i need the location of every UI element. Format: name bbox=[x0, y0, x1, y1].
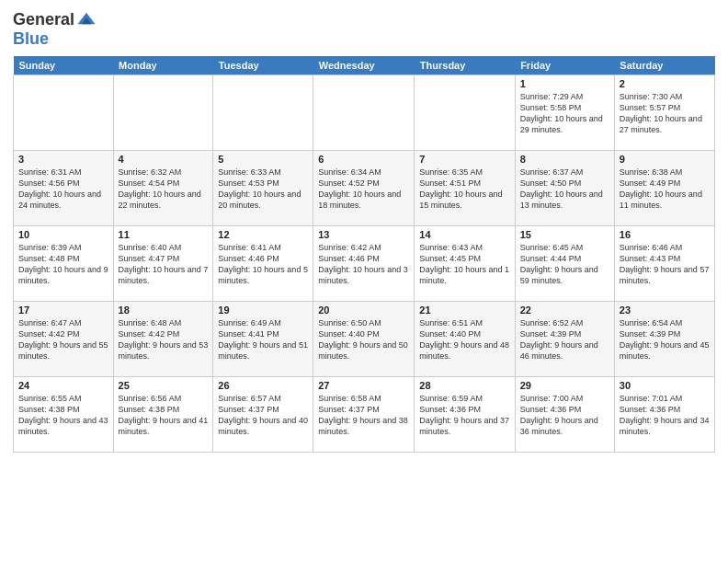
calendar-cell: 30Sunrise: 7:01 AM Sunset: 4:36 PM Dayli… bbox=[614, 377, 714, 453]
day-info: Sunrise: 6:35 AM Sunset: 4:51 PM Dayligh… bbox=[419, 167, 509, 212]
day-info: Sunrise: 6:59 AM Sunset: 4:36 PM Dayligh… bbox=[419, 393, 509, 438]
day-info: Sunrise: 6:32 AM Sunset: 4:54 PM Dayligh… bbox=[119, 167, 209, 212]
weekday-header-monday: Monday bbox=[113, 56, 213, 75]
calendar-cell: 15Sunrise: 6:45 AM Sunset: 4:44 PM Dayli… bbox=[515, 226, 614, 302]
day-info: Sunrise: 6:47 AM Sunset: 4:42 PM Dayligh… bbox=[18, 317, 108, 362]
calendar-table: SundayMondayTuesdayWednesdayThursdayFrid… bbox=[13, 56, 715, 453]
day-info: Sunrise: 6:50 AM Sunset: 4:40 PM Dayligh… bbox=[318, 317, 409, 362]
logo-blue-text: Blue bbox=[13, 29, 49, 48]
day-info: Sunrise: 6:55 AM Sunset: 4:38 PM Dayligh… bbox=[18, 393, 108, 438]
calendar-cell: 1Sunrise: 7:29 AM Sunset: 5:58 PM Daylig… bbox=[515, 75, 614, 151]
calendar-cell: 22Sunrise: 6:52 AM Sunset: 4:39 PM Dayli… bbox=[515, 302, 614, 377]
calendar-cell: 2Sunrise: 7:30 AM Sunset: 5:57 PM Daylig… bbox=[614, 75, 714, 151]
logo-general-text: General bbox=[13, 10, 74, 29]
day-info: Sunrise: 6:43 AM Sunset: 4:45 PM Dayligh… bbox=[419, 242, 509, 287]
calendar-cell: 11Sunrise: 6:40 AM Sunset: 4:47 PM Dayli… bbox=[113, 226, 213, 302]
calendar-cell: 13Sunrise: 6:42 AM Sunset: 4:46 PM Dayli… bbox=[313, 226, 415, 302]
calendar-cell: 26Sunrise: 6:57 AM Sunset: 4:37 PM Dayli… bbox=[213, 377, 313, 453]
calendar-cell: 20Sunrise: 6:50 AM Sunset: 4:40 PM Dayli… bbox=[313, 302, 415, 377]
page-header: General Blue bbox=[13, 9, 715, 49]
day-number: 1 bbox=[520, 78, 609, 89]
day-info: Sunrise: 6:38 AM Sunset: 4:49 PM Dayligh… bbox=[620, 167, 710, 212]
calendar-cell: 17Sunrise: 6:47 AM Sunset: 4:42 PM Dayli… bbox=[14, 302, 114, 377]
day-info: Sunrise: 6:56 AM Sunset: 4:38 PM Dayligh… bbox=[119, 393, 209, 438]
calendar-cell: 4Sunrise: 6:32 AM Sunset: 4:54 PM Daylig… bbox=[113, 151, 213, 226]
day-number: 30 bbox=[620, 380, 710, 391]
day-number: 29 bbox=[520, 380, 609, 391]
calendar-cell bbox=[415, 75, 515, 151]
day-number: 6 bbox=[318, 154, 409, 165]
day-number: 5 bbox=[218, 154, 308, 165]
calendar-cell: 27Sunrise: 6:58 AM Sunset: 4:37 PM Dayli… bbox=[313, 377, 415, 453]
day-number: 24 bbox=[18, 380, 108, 391]
day-info: Sunrise: 7:30 AM Sunset: 5:57 PM Dayligh… bbox=[620, 91, 710, 136]
day-info: Sunrise: 6:54 AM Sunset: 4:39 PM Dayligh… bbox=[620, 317, 710, 362]
day-number: 26 bbox=[218, 380, 308, 391]
day-number: 2 bbox=[620, 78, 710, 89]
day-info: Sunrise: 6:31 AM Sunset: 4:56 PM Dayligh… bbox=[18, 167, 108, 212]
day-info: Sunrise: 6:45 AM Sunset: 4:44 PM Dayligh… bbox=[520, 242, 609, 287]
week-row-2: 3Sunrise: 6:31 AM Sunset: 4:56 PM Daylig… bbox=[14, 151, 715, 226]
calendar-cell bbox=[113, 75, 213, 151]
day-info: Sunrise: 6:39 AM Sunset: 4:48 PM Dayligh… bbox=[18, 242, 108, 287]
day-number: 28 bbox=[419, 380, 509, 391]
calendar-cell: 25Sunrise: 6:56 AM Sunset: 4:38 PM Dayli… bbox=[113, 377, 213, 453]
calendar-cell: 10Sunrise: 6:39 AM Sunset: 4:48 PM Dayli… bbox=[14, 226, 114, 302]
day-number: 9 bbox=[620, 154, 710, 165]
weekday-header-wednesday: Wednesday bbox=[313, 56, 415, 75]
weekday-header-tuesday: Tuesday bbox=[213, 56, 313, 75]
day-info: Sunrise: 7:01 AM Sunset: 4:36 PM Dayligh… bbox=[620, 393, 710, 438]
day-number: 10 bbox=[18, 229, 108, 240]
day-number: 17 bbox=[18, 304, 108, 316]
day-number: 13 bbox=[318, 229, 409, 240]
day-info: Sunrise: 6:49 AM Sunset: 4:41 PM Dayligh… bbox=[218, 317, 308, 362]
calendar-cell: 28Sunrise: 6:59 AM Sunset: 4:36 PM Dayli… bbox=[415, 377, 515, 453]
week-row-1: 1Sunrise: 7:29 AM Sunset: 5:58 PM Daylig… bbox=[14, 75, 715, 151]
week-row-3: 10Sunrise: 6:39 AM Sunset: 4:48 PM Dayli… bbox=[14, 226, 715, 302]
calendar-cell: 24Sunrise: 6:55 AM Sunset: 4:38 PM Dayli… bbox=[14, 377, 114, 453]
weekday-header-sunday: Sunday bbox=[14, 56, 114, 75]
calendar-cell: 19Sunrise: 6:49 AM Sunset: 4:41 PM Dayli… bbox=[213, 302, 313, 377]
day-number: 20 bbox=[318, 304, 409, 316]
day-number: 15 bbox=[520, 229, 609, 240]
calendar-cell: 9Sunrise: 6:38 AM Sunset: 4:49 PM Daylig… bbox=[614, 151, 714, 226]
day-number: 23 bbox=[620, 304, 710, 316]
weekday-header-friday: Friday bbox=[515, 56, 614, 75]
calendar-cell: 5Sunrise: 6:33 AM Sunset: 4:53 PM Daylig… bbox=[213, 151, 313, 226]
calendar-cell: 18Sunrise: 6:48 AM Sunset: 4:42 PM Dayli… bbox=[113, 302, 213, 377]
calendar-cell: 14Sunrise: 6:43 AM Sunset: 4:45 PM Dayli… bbox=[415, 226, 515, 302]
day-number: 16 bbox=[620, 229, 710, 240]
day-info: Sunrise: 7:00 AM Sunset: 4:36 PM Dayligh… bbox=[520, 393, 609, 438]
day-number: 18 bbox=[119, 304, 209, 316]
day-info: Sunrise: 6:58 AM Sunset: 4:37 PM Dayligh… bbox=[318, 393, 409, 438]
day-info: Sunrise: 6:41 AM Sunset: 4:46 PM Dayligh… bbox=[218, 242, 308, 287]
week-row-4: 17Sunrise: 6:47 AM Sunset: 4:42 PM Dayli… bbox=[14, 302, 715, 377]
day-number: 14 bbox=[419, 229, 509, 240]
calendar-cell: 16Sunrise: 6:46 AM Sunset: 4:43 PM Dayli… bbox=[614, 226, 714, 302]
calendar-cell bbox=[313, 75, 415, 151]
day-number: 27 bbox=[318, 380, 409, 391]
calendar-cell: 23Sunrise: 6:54 AM Sunset: 4:39 PM Dayli… bbox=[614, 302, 714, 377]
calendar-cell: 21Sunrise: 6:51 AM Sunset: 4:40 PM Dayli… bbox=[415, 302, 515, 377]
day-info: Sunrise: 6:33 AM Sunset: 4:53 PM Dayligh… bbox=[218, 167, 308, 212]
calendar-cell: 29Sunrise: 7:00 AM Sunset: 4:36 PM Dayli… bbox=[515, 377, 614, 453]
day-info: Sunrise: 6:42 AM Sunset: 4:46 PM Dayligh… bbox=[318, 242, 409, 287]
day-number: 7 bbox=[419, 154, 509, 165]
day-number: 8 bbox=[520, 154, 609, 165]
calendar-cell: 7Sunrise: 6:35 AM Sunset: 4:51 PM Daylig… bbox=[415, 151, 515, 226]
logo-icon bbox=[76, 9, 97, 29]
weekday-header-row: SundayMondayTuesdayWednesdayThursdayFrid… bbox=[14, 56, 715, 75]
day-number: 3 bbox=[18, 154, 108, 165]
day-info: Sunrise: 6:52 AM Sunset: 4:39 PM Dayligh… bbox=[520, 317, 609, 362]
day-number: 12 bbox=[218, 229, 308, 240]
day-number: 11 bbox=[119, 229, 209, 240]
day-info: Sunrise: 7:29 AM Sunset: 5:58 PM Dayligh… bbox=[520, 91, 609, 136]
calendar-cell: 8Sunrise: 6:37 AM Sunset: 4:50 PM Daylig… bbox=[515, 151, 614, 226]
day-info: Sunrise: 6:34 AM Sunset: 4:52 PM Dayligh… bbox=[318, 167, 409, 212]
day-number: 22 bbox=[520, 304, 609, 316]
weekday-header-thursday: Thursday bbox=[415, 56, 515, 75]
day-number: 4 bbox=[119, 154, 209, 165]
calendar-cell: 12Sunrise: 6:41 AM Sunset: 4:46 PM Dayli… bbox=[213, 226, 313, 302]
day-info: Sunrise: 6:46 AM Sunset: 4:43 PM Dayligh… bbox=[620, 242, 710, 287]
calendar-cell bbox=[14, 75, 114, 151]
